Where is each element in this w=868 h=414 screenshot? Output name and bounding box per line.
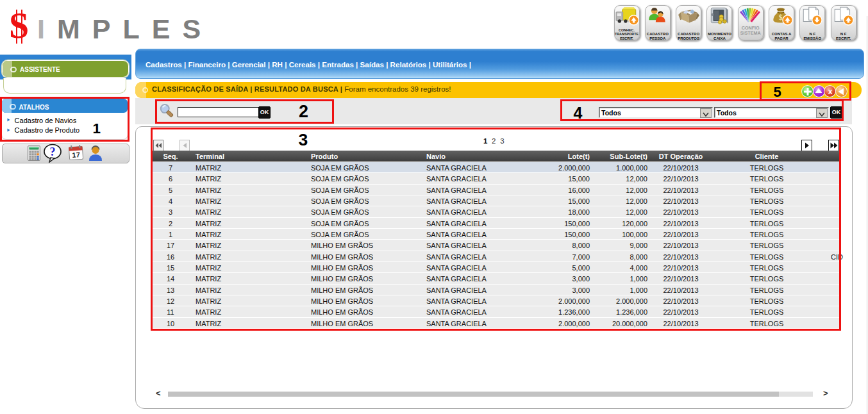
svg-text:17: 17: [72, 151, 80, 159]
svg-text:$: $: [779, 13, 783, 22]
svg-text:?: ?: [50, 145, 56, 158]
